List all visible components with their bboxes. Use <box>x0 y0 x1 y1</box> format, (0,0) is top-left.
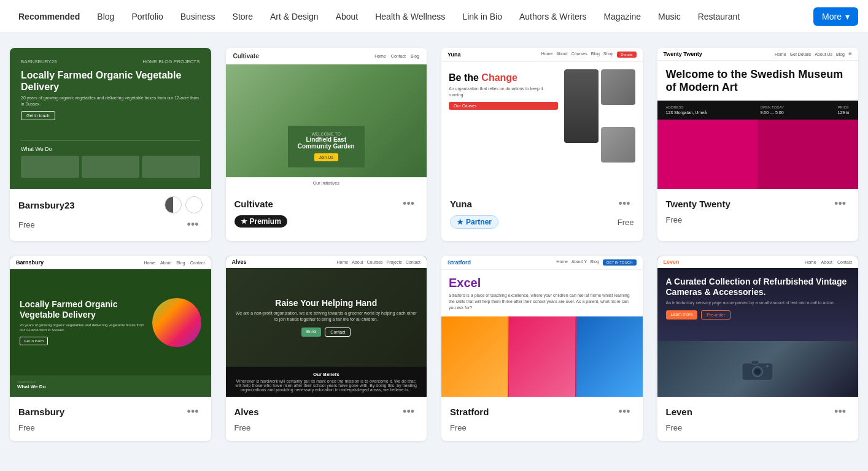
thumb-barnsbury23[interactable]: BARNSBURY23 HOME BLOG PROJECTS Locally F… <box>10 48 211 189</box>
nav-item-music[interactable]: Music <box>649 8 689 25</box>
card-footer-leven: Leven ••• Free <box>657 397 859 441</box>
card-footer-twenty: Twenty Twenty ••• Free <box>657 189 859 233</box>
nav-item-store[interactable]: Store <box>224 8 262 25</box>
svg-point-2 <box>754 369 761 375</box>
thumb-alves[interactable]: Alves HomeAboutCoursesProjectsContact Ra… <box>226 256 427 397</box>
card-title: Barnsbury23 <box>18 200 75 210</box>
svg-rect-3 <box>751 361 759 364</box>
premium-badge: ★ Premium <box>234 215 287 228</box>
dots-menu-button[interactable]: ••• <box>184 217 203 232</box>
navigation: Recommended Blog Portfolio Business Stor… <box>0 0 868 33</box>
toggle-icons <box>165 196 203 213</box>
nav-item-business[interactable]: Business <box>172 8 224 25</box>
card-title: Yuna <box>450 199 472 209</box>
nav-item-restaurant[interactable]: Restaurant <box>689 8 748 25</box>
card-footer-barnsbury: Barnsbury ••• Free <box>10 397 211 441</box>
nav-item-about[interactable]: About <box>327 8 367 25</box>
thumb-barnsbury[interactable]: Barnsbury HomeAboutBlogContact Locally F… <box>10 256 211 397</box>
nav-item-linkinbio[interactable]: Link in Bio <box>454 8 511 25</box>
card-cultivate: Cultivate HomeContactBlog WELCOME TO Lin… <box>226 48 427 241</box>
card-leven: Leven HomeAboutContact A Curated Collect… <box>657 256 859 441</box>
thumb-twenty-twenty[interactable]: Twenty Twenty HomeGet DetailsAbout UsBlo… <box>657 48 859 189</box>
card-price: Free <box>18 423 35 432</box>
card-title: Twenty Twenty <box>666 199 730 209</box>
card-price: Free <box>666 423 683 432</box>
card-price: Free <box>450 423 467 432</box>
card-footer-yuna: Yuna ••• ★ Partner Free <box>441 189 643 237</box>
card-title: Cultivate <box>234 199 273 209</box>
dots-menu-button[interactable]: ••• <box>831 196 850 212</box>
thumb-cultivate[interactable]: Cultivate HomeContactBlog WELCOME TO Lin… <box>226 48 427 189</box>
card-yuna: Yuna HomeAboutCoursesBlogShop Donate Be … <box>441 48 643 241</box>
nav-item-recommended[interactable]: Recommended <box>10 8 88 25</box>
card-price: Free <box>234 423 251 432</box>
card-barnsbury23: BARNSBURY23 HOME BLOG PROJECTS Locally F… <box>10 48 211 241</box>
dots-menu-button[interactable]: ••• <box>831 404 850 419</box>
nav-item-blog[interactable]: Blog <box>88 8 123 25</box>
card-title: Alves <box>234 407 259 417</box>
card-footer-cultivate: Cultivate ••• ★ Premium <box>226 189 427 236</box>
card-price: Free <box>18 220 35 229</box>
card-alves: Alves HomeAboutCoursesProjectsContact Ra… <box>226 256 427 441</box>
thumb-stratford[interactable]: Stratford HomeAbout YBlog GET IN TOUCH E… <box>441 256 643 397</box>
card-barnsbury: Barnsbury HomeAboutBlogContact Locally F… <box>10 256 211 441</box>
nav-item-magazine[interactable]: Magazine <box>595 8 649 25</box>
toggle-half[interactable] <box>165 196 182 213</box>
nav-item-art[interactable]: Art & Design <box>262 8 327 25</box>
dots-menu-button[interactable]: ••• <box>615 196 634 212</box>
nav-item-health[interactable]: Health & Wellness <box>366 8 454 25</box>
theme-grid: BARNSBURY23 HOME BLOG PROJECTS Locally F… <box>0 33 868 456</box>
dots-menu-button[interactable]: ••• <box>399 404 418 419</box>
card-price: Free <box>666 215 683 224</box>
card-footer-stratford: Stratford ••• Free <box>441 397 643 441</box>
thumb-yuna[interactable]: Yuna HomeAboutCoursesBlogShop Donate Be … <box>441 48 643 189</box>
card-title: Barnsbury <box>18 407 64 417</box>
card-title: Leven <box>666 407 692 417</box>
card-footer-alves: Alves ••• Free <box>226 397 427 441</box>
partner-badge: ★ Partner <box>450 215 498 229</box>
dots-menu-button[interactable]: ••• <box>184 404 203 419</box>
more-button[interactable]: More ▾ <box>813 7 858 26</box>
card-price: Free <box>618 218 634 227</box>
card-footer-barnsbury23: Barnsbury23 Free ••• <box>10 189 211 241</box>
nav-item-portfolio[interactable]: Portfolio <box>123 8 171 25</box>
card-stratford: Stratford HomeAbout YBlog GET IN TOUCH E… <box>441 256 643 441</box>
toggle-circle[interactable] <box>185 196 203 213</box>
dots-menu-button[interactable]: ••• <box>399 196 418 212</box>
card-title: Stratford <box>450 407 489 417</box>
card-twenty-twenty: Twenty Twenty HomeGet DetailsAbout UsBlo… <box>657 48 859 241</box>
nav-item-authors[interactable]: Authors & Writers <box>511 8 595 25</box>
svg-point-4 <box>766 365 769 367</box>
dots-menu-button[interactable]: ••• <box>615 404 634 419</box>
thumb-leven[interactable]: Leven HomeAboutContact A Curated Collect… <box>657 256 859 397</box>
